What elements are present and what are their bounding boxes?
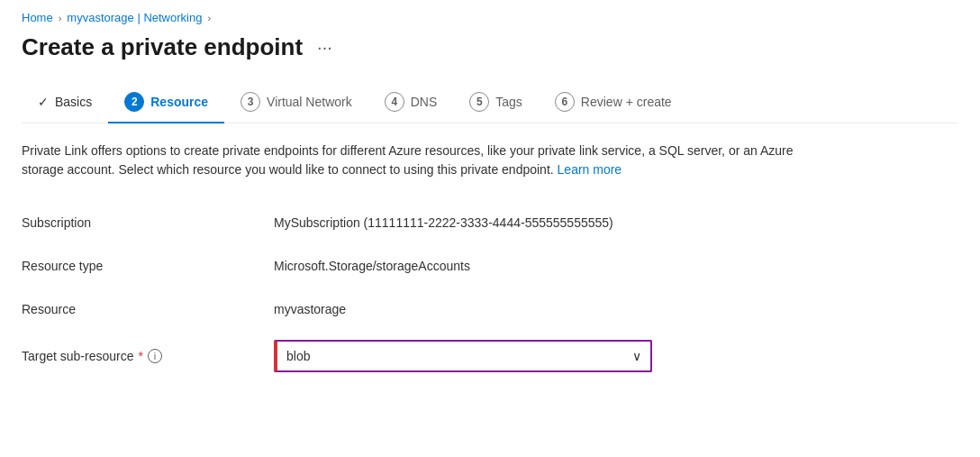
dropdown-value: blob bbox=[286, 349, 310, 363]
tab-resource-circle: 2 bbox=[124, 92, 144, 112]
required-marker: * bbox=[139, 349, 143, 363]
tab-tags-circle: 5 bbox=[469, 92, 489, 112]
page-title-row: Create a private endpoint ··· bbox=[22, 33, 958, 61]
tab-virtual-network[interactable]: 3 Virtual Network bbox=[224, 83, 368, 123]
tab-review-circle: 6 bbox=[555, 92, 575, 112]
tab-review-create[interactable]: 6 Review + create bbox=[539, 83, 688, 123]
tab-vnet-circle: 3 bbox=[240, 92, 260, 112]
breadcrumb: Home › myvastorage | Networking › bbox=[22, 11, 958, 24]
tab-dns-label: DNS bbox=[411, 95, 438, 109]
basics-check-icon: ✓ bbox=[38, 95, 49, 109]
subscription-label: Subscription bbox=[22, 215, 274, 230]
tab-tags[interactable]: 5 Tags bbox=[453, 83, 539, 123]
dropdown-chevron-icon: ∨ bbox=[632, 349, 641, 363]
description-text: Private Link offers options to create pr… bbox=[22, 143, 794, 177]
target-sub-resource-label: Target sub-resource * i bbox=[22, 349, 274, 363]
resource-type-label: Resource type bbox=[22, 259, 274, 273]
subscription-value: MySubscription (11111111-2222-3333-4444-… bbox=[274, 215, 958, 230]
tab-review-label: Review + create bbox=[581, 95, 672, 109]
breadcrumb-chevron-2: › bbox=[207, 13, 211, 23]
target-sub-resource-dropdown[interactable]: blob ∨ bbox=[274, 340, 652, 372]
target-sub-resource-row: Target sub-resource * i blob ∨ bbox=[22, 331, 958, 382]
tab-tags-label: Tags bbox=[495, 95, 522, 109]
subscription-row: Subscription MySubscription (11111111-22… bbox=[22, 201, 958, 244]
breadcrumb-resource[interactable]: myvastorage | Networking bbox=[67, 11, 202, 24]
tab-dns[interactable]: 4 DNS bbox=[368, 83, 454, 123]
learn-more-link[interactable]: Learn more bbox=[558, 162, 622, 177]
ellipsis-button[interactable]: ··· bbox=[312, 35, 338, 59]
info-icon[interactable]: i bbox=[148, 349, 162, 363]
tab-basics-label: Basics bbox=[55, 95, 92, 109]
resource-label: Resource bbox=[22, 302, 274, 316]
resource-type-value: Microsoft.Storage/storageAccounts bbox=[274, 259, 958, 273]
form-section: Subscription MySubscription (11111111-22… bbox=[22, 201, 958, 382]
wizard-tabs: ✓ Basics 2 Resource 3 Virtual Network 4 … bbox=[22, 83, 958, 123]
resource-value: myvastorage bbox=[274, 302, 958, 316]
tab-vnet-label: Virtual Network bbox=[267, 95, 352, 109]
dropdown-outer: blob ∨ bbox=[274, 340, 958, 372]
breadcrumb-chevron-1: › bbox=[59, 13, 62, 23]
tab-basics[interactable]: ✓ Basics bbox=[22, 86, 108, 120]
tab-resource[interactable]: 2 Resource bbox=[108, 83, 224, 123]
tab-resource-label: Resource bbox=[150, 95, 208, 109]
resource-row: Resource myvastorage bbox=[22, 288, 958, 331]
resource-type-row: Resource type Microsoft.Storage/storageA… bbox=[22, 244, 958, 288]
description-paragraph: Private Link offers options to create pr… bbox=[22, 142, 796, 179]
breadcrumb-home[interactable]: Home bbox=[22, 11, 53, 24]
tab-dns-circle: 4 bbox=[385, 92, 404, 112]
target-sub-resource-field: blob ∨ bbox=[274, 340, 958, 372]
page-title: Create a private endpoint bbox=[22, 33, 303, 61]
